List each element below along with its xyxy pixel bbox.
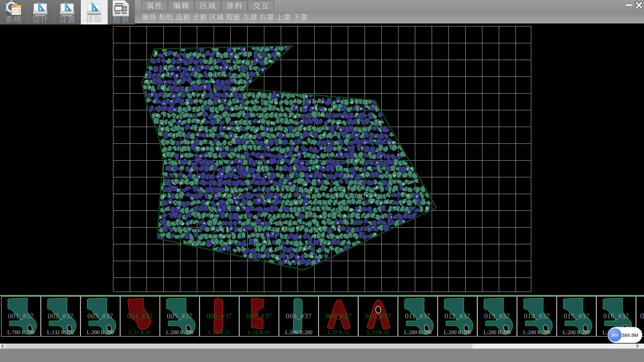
svg-text:L:200 R:200: L:200 R:200 <box>444 329 471 335</box>
svg-text:01: 01 <box>640 312 644 320</box>
svg-text:L:32 R:31: L:32 R:31 <box>327 329 349 335</box>
svg-text:010_#37: 010_#37 <box>365 312 391 320</box>
svg-text:007_#37: 007_#37 <box>246 312 272 320</box>
svg-text:L:31 R:31: L:31 R:31 <box>248 329 270 335</box>
svg-text:012_#37: 012_#37 <box>444 312 470 320</box>
svg-text:014_#37: 014_#37 <box>524 312 550 320</box>
svg-text:009_#37: 009_#37 <box>325 312 351 320</box>
svg-text:001_#37: 001_#37 <box>8 312 34 320</box>
svg-text:L:31 R:31: L:31 R:31 <box>129 329 151 335</box>
svg-text:006_#37: 006_#37 <box>207 312 232 320</box>
svg-text:L:200 R:200: L:200 R:200 <box>404 329 431 335</box>
svg-text:384.8M: 384.8M <box>622 332 638 338</box>
svg-text:013_#37: 013_#37 <box>484 312 510 320</box>
svg-text:L:200 R:200: L:200 R:200 <box>563 329 590 335</box>
svg-text:L:200 R:200: L:200 R:200 <box>87 329 114 335</box>
svg-text:003_#37: 003_#37 <box>88 312 113 320</box>
svg-text:L:200 R:200: L:200 R:200 <box>523 329 550 335</box>
svg-text:L:21 R:21: L:21 R:21 <box>208 329 230 335</box>
svg-text:008_#37: 008_#37 <box>286 312 312 320</box>
svg-text:L:132 R:132: L:132 R:132 <box>47 329 74 335</box>
svg-text:L:200 R:200: L:200 R:200 <box>166 329 193 335</box>
svg-text:005_#37: 005_#37 <box>167 312 193 320</box>
svg-text:011_#37: 011_#37 <box>405 312 430 320</box>
svg-text:004_#37: 004_#37 <box>127 312 153 320</box>
svg-text:L:200 R:200: L:200 R:200 <box>483 329 511 335</box>
svg-text:002_#37: 002_#37 <box>48 312 73 320</box>
svg-text:016_#37: 016_#37 <box>603 312 629 320</box>
svg-text:L:700 R:700: L:700 R:700 <box>7 329 35 335</box>
svg-text:L:200 R:200: L:200 R:200 <box>285 329 312 335</box>
svg-text:38%: 38% <box>611 333 619 337</box>
svg-text:L:33 R:33: L:33 R:33 <box>367 329 389 335</box>
svg-text:015_#37: 015_#37 <box>564 312 589 320</box>
